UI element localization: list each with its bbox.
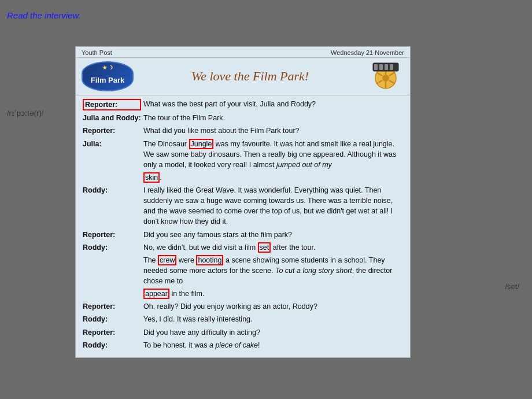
boxed-hooting: hooting [196, 255, 223, 265]
reporter-phonetic: /rɪˈpɔːtə(r)/ [7, 109, 43, 117]
svg-rect-10 [379, 64, 383, 70]
interview-row: Roddy: To be honest, it was a piece of c… [83, 340, 403, 350]
svg-rect-9 [374, 64, 378, 70]
text-row1: What was the best part of your visit, Ju… [143, 99, 403, 110]
text-row8: Oh, really? Did you enjoy working as an … [143, 301, 403, 312]
text-row5: I really liked the Great Wave. It was wo… [143, 185, 403, 227]
film-reel [367, 61, 404, 91]
interview-row-7c: appear in the film. [83, 289, 403, 299]
interview-row-skin: skin. [83, 172, 403, 183]
text-row4: The Dinosaur Jungle was my favourite. It… [143, 139, 403, 170]
interview-row: Julia: The Dinosaur Jungle was my favour… [83, 139, 403, 170]
boxed-crew: crew [158, 255, 176, 265]
film-park-logo: Film Park [82, 61, 134, 91]
svg-rect-11 [385, 64, 388, 70]
banner: Film Park We love the Film Park! [76, 58, 410, 95]
text-row4b: skin. [143, 172, 403, 183]
interview-row: Reporter: What did you like most about t… [83, 125, 403, 136]
interview-row: Reporter: Oh, really? Did you enjoy work… [83, 301, 403, 312]
text-row10: Did you have any difficulty in acting? [143, 327, 403, 338]
speaker-reporter-1: Reporter: [83, 99, 141, 110]
speaker-reporter-10: Reporter: [83, 327, 143, 338]
speaker-roddy-11: Roddy: [83, 340, 143, 350]
text-row7: No, we didn't, but we did visit a film s… [143, 242, 403, 253]
publication: Youth Post [82, 49, 112, 56]
speaker-empty-7c [83, 289, 143, 299]
text-row2: The tour of the Film Park. [143, 113, 403, 123]
text-row6: Did you see any famous stars at the film… [143, 230, 403, 240]
boxed-skin: skin [143, 172, 160, 183]
text-row3: What did you like most about the Film Pa… [143, 125, 403, 136]
text-row9: Yes, I did. It was really interesting. [143, 314, 403, 324]
interview-row: Julia and Roddy: The tour of the Film Pa… [83, 113, 403, 123]
interview-row: Roddy: Yes, I did. It was really interes… [83, 314, 403, 324]
speaker-julia-roddy: Julia and Roddy: [83, 113, 143, 123]
interview-row: Reporter: Did you see any famous stars a… [83, 230, 403, 240]
article-container: Youth Post Wednesday 21 November Film Pa… [75, 46, 411, 358]
page-instruction: Read the interview. [7, 10, 81, 20]
boxed-set: set [258, 242, 271, 253]
text-row7c: appear in the film. [143, 289, 403, 299]
speaker-roddy-5: Roddy: [83, 185, 143, 227]
interview-row: Reporter: Did you have any difficulty in… [83, 327, 403, 338]
text-row11: To be honest, it was a piece of cake! [143, 340, 403, 350]
text-row7b: The crew were hooting a scene showing so… [143, 255, 403, 286]
interview-row: Roddy: No, we didn't, but we did visit a… [83, 242, 403, 253]
interview-row: Reporter: What was the best part of your… [83, 99, 403, 110]
speaker-roddy-7: Roddy: [83, 242, 143, 253]
svg-rect-12 [390, 64, 393, 70]
interview-row-7b: The crew were hooting a scene showing so… [83, 255, 403, 286]
svg-point-1 [382, 75, 389, 82]
speaker-roddy-9: Roddy: [83, 314, 143, 324]
date: Wednesday 21 November [331, 49, 404, 56]
set-phonetic: /set/ [505, 282, 519, 291]
boxed-jungle: Jungle [189, 139, 214, 149]
content: Reporter: What was the best part of your… [76, 95, 410, 357]
speaker-reporter-3: Reporter: [83, 125, 143, 136]
speaker-reporter-8: Reporter: [83, 301, 143, 312]
boxed-appear: appear [143, 289, 169, 299]
interview-row: Roddy: I really liked the Great Wave. It… [83, 185, 403, 227]
speaker-reporter-6: Reporter: [83, 230, 143, 240]
speaker-julia: Julia: [83, 139, 143, 170]
banner-title: We love the Film Park! [134, 69, 367, 84]
speaker-empty-4b [83, 172, 143, 183]
speaker-empty-7b [83, 255, 143, 286]
article-header: Youth Post Wednesday 21 November [76, 47, 410, 58]
